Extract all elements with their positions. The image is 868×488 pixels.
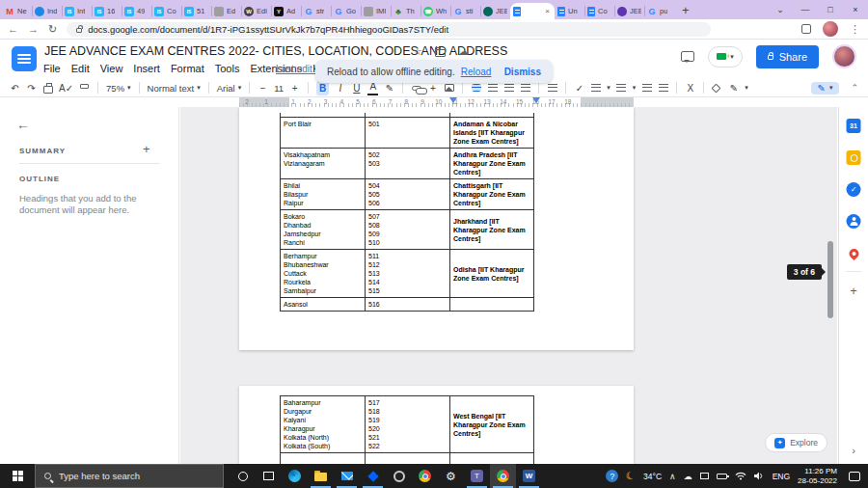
back-icon[interactable]: ← bbox=[8, 23, 18, 35]
menu-file[interactable]: File bbox=[43, 63, 61, 74]
font-select[interactable]: Arial▾ bbox=[217, 83, 242, 94]
hidden-icons-chevron-icon[interactable]: ∧ bbox=[669, 472, 676, 481]
tab-close-icon[interactable]: × bbox=[545, 7, 552, 15]
window-minimize-button[interactable]: — bbox=[793, 5, 818, 14]
browser-tab[interactable]: Un bbox=[555, 3, 584, 19]
border-color-dropdown-icon[interactable]: ▾ bbox=[745, 84, 748, 92]
browser-tab[interactable]: Co bbox=[584, 3, 614, 19]
help-tray-icon[interactable]: ? bbox=[606, 470, 618, 482]
docs-logo-icon[interactable] bbox=[12, 46, 37, 71]
mail-taskbar-button[interactable] bbox=[334, 464, 360, 488]
browser-tab[interactable]: Gpu bbox=[644, 3, 674, 19]
google-tasks-icon[interactable]: ✓ bbox=[847, 182, 861, 197]
clock[interactable]: 11:26 PM 28-05-2022 bbox=[798, 467, 837, 486]
open-comments-icon[interactable] bbox=[681, 51, 694, 62]
chrome-taskbar-button[interactable] bbox=[412, 464, 438, 488]
checklist-icon[interactable]: ✓ bbox=[574, 81, 584, 95]
tab-search-chevron-icon[interactable]: ⌄ bbox=[768, 5, 793, 14]
browser-tab[interactable]: JEE bbox=[614, 3, 644, 19]
explore-button[interactable]: ✦ Explore bbox=[765, 433, 827, 452]
browser-tab[interactable]: ♣Th bbox=[391, 3, 420, 19]
bulleted-list-dropdown-icon[interactable]: ▾ bbox=[607, 84, 610, 92]
weather-moon-icon[interactable]: ☾ bbox=[625, 469, 637, 483]
zoom-select[interactable]: 75%▾ bbox=[106, 83, 131, 94]
url-field[interactable]: docs.google.com/document/d/1R7-iPG1ssytt… bbox=[67, 22, 711, 37]
browser-profile-avatar[interactable] bbox=[823, 21, 838, 37]
spellcheck-icon[interactable]: A✓ bbox=[59, 81, 73, 95]
fill-color-icon[interactable] bbox=[712, 81, 722, 95]
browser-tab[interactable]: YAd bbox=[271, 3, 301, 19]
paint-format-icon[interactable] bbox=[79, 81, 90, 95]
browser-tab[interactable]: ☎Wh bbox=[420, 3, 450, 19]
browser-tab[interactable]: WEdi bbox=[241, 3, 271, 19]
window-maximize-button[interactable]: □ bbox=[818, 5, 843, 14]
taskbar-search[interactable]: Type here to search bbox=[35, 464, 224, 488]
decrease-font-icon[interactable]: − bbox=[258, 81, 268, 95]
google-keep-icon[interactable] bbox=[847, 150, 861, 165]
action-center-icon[interactable] bbox=[849, 472, 860, 481]
google-calendar-icon[interactable]: 31 bbox=[847, 119, 861, 133]
meet-button[interactable]: ▾ bbox=[708, 46, 743, 68]
scrollbar-thumb[interactable] bbox=[827, 241, 833, 318]
browser-menu-icon[interactable]: ⋮ bbox=[850, 23, 860, 36]
menu-insert[interactable]: Insert bbox=[133, 63, 160, 74]
browser-tab[interactable]: Ed bbox=[211, 3, 241, 19]
editing-mode-button[interactable]: ✎ ▾ bbox=[811, 82, 840, 95]
window-close-button[interactable]: × bbox=[843, 5, 868, 14]
word-taskbar-button[interactable]: W bbox=[516, 464, 542, 488]
numbered-list-dropdown-icon[interactable]: ▾ bbox=[633, 84, 637, 92]
reload-icon[interactable]: ↻ bbox=[48, 23, 57, 36]
move-folder-icon[interactable] bbox=[435, 49, 446, 57]
onedrive-cloud-icon[interactable]: ☁ bbox=[684, 472, 692, 481]
border-color-icon[interactable]: ✎ bbox=[728, 81, 739, 95]
settings-taskbar-button[interactable]: ⚙ bbox=[438, 464, 464, 488]
task-view-taskbar-button[interactable] bbox=[256, 464, 282, 488]
redo-icon[interactable]: ↷ bbox=[26, 81, 37, 95]
document-page-4[interactable]: BaharampurDurgapurKalyaniKharagpurKolkat… bbox=[239, 386, 634, 464]
font-size-field[interactable]: 11 bbox=[274, 83, 284, 94]
edge-taskbar-button[interactable] bbox=[282, 464, 308, 488]
toast-reload-link[interactable]: Reload bbox=[461, 67, 492, 77]
get-addons-icon[interactable]: + bbox=[847, 284, 861, 298]
menu-format[interactable]: Format bbox=[171, 63, 204, 74]
cloud-status-icon[interactable]: ☁ bbox=[458, 45, 469, 58]
browser-tab[interactable]: IMI bbox=[361, 3, 391, 19]
bulleted-list-icon[interactable] bbox=[590, 81, 601, 95]
teams-taskbar-button[interactable]: T bbox=[464, 464, 490, 488]
file-explorer-taskbar-button[interactable] bbox=[308, 464, 334, 488]
account-avatar[interactable] bbox=[832, 44, 856, 68]
share-button[interactable]: Share bbox=[756, 45, 819, 68]
forward-icon[interactable]: → bbox=[28, 23, 39, 35]
browser-tab[interactable]: IS51 bbox=[181, 3, 211, 19]
browser-tab[interactable]: Gstr bbox=[301, 3, 331, 19]
numbered-list-icon[interactable] bbox=[616, 81, 627, 95]
start-button[interactable] bbox=[0, 464, 35, 488]
hide-side-panel-icon[interactable]: › bbox=[852, 445, 855, 456]
add-summary-icon[interactable]: + bbox=[143, 142, 150, 156]
last-edit-link[interactable]: Last edit wa bbox=[276, 64, 319, 74]
google-contacts-icon[interactable] bbox=[847, 214, 861, 229]
increase-indent-icon[interactable] bbox=[658, 81, 668, 95]
ring-app-taskbar-button[interactable] bbox=[386, 464, 412, 488]
undo-icon[interactable]: ↶ bbox=[10, 81, 20, 95]
browser-tab[interactable]: IS49 bbox=[122, 3, 151, 19]
volume-icon[interactable] bbox=[754, 472, 765, 480]
clear-formatting-icon[interactable]: X bbox=[685, 81, 695, 95]
star-icon[interactable]: ☆ bbox=[413, 45, 422, 58]
hide-menus-icon[interactable]: ⌃ bbox=[851, 83, 858, 93]
line-spacing-icon[interactable] bbox=[547, 81, 557, 95]
decrease-indent-icon[interactable] bbox=[641, 81, 652, 95]
display-tray-icon[interactable] bbox=[700, 473, 709, 479]
browser-tab-active[interactable]: × bbox=[510, 3, 555, 19]
language-indicator[interactable]: ENG bbox=[773, 472, 790, 481]
browser-tab[interactable]: Ind bbox=[32, 3, 62, 19]
menu-view[interactable]: View bbox=[100, 63, 123, 74]
browser-tab[interactable]: GGo bbox=[331, 3, 361, 19]
browser-tab[interactable]: IS16 bbox=[92, 3, 122, 19]
menu-edit[interactable]: Edit bbox=[71, 63, 90, 74]
extensions-icon[interactable] bbox=[801, 24, 811, 34]
document-page-3[interactable]: Port Blair501Andaman & Nicobar Islands [… bbox=[239, 107, 634, 350]
browser-tab[interactable]: JEE bbox=[480, 3, 510, 19]
browser-tab[interactable]: Gsti bbox=[450, 3, 480, 19]
toast-dismiss-button[interactable]: Dismiss bbox=[504, 67, 541, 77]
